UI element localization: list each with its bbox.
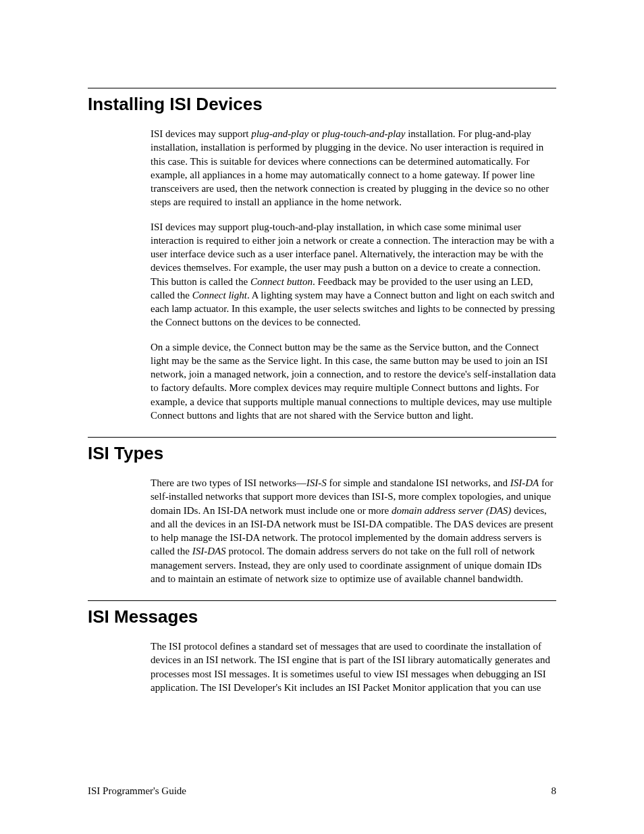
footer-title: ISI Programmer's Guide bbox=[88, 785, 186, 797]
italic-text: ISI-DAS bbox=[192, 546, 226, 556]
text: or bbox=[308, 128, 322, 139]
text: ISI devices may support bbox=[151, 128, 251, 139]
page-content: Installing ISI Devices ISI devices may s… bbox=[0, 0, 644, 694]
paragraph: There are two types of ISI networks—ISI-… bbox=[151, 476, 556, 585]
italic-text: Connect button bbox=[250, 276, 313, 287]
italic-text: plug-touch-and-play bbox=[322, 128, 405, 139]
text: There are two types of ISI networks— bbox=[151, 477, 306, 488]
heading-installing: Installing ISI Devices bbox=[88, 88, 556, 115]
page-number: 8 bbox=[552, 785, 557, 797]
paragraph: ISI devices may support plug-and-play or… bbox=[151, 127, 556, 209]
heading-types: ISI Types bbox=[88, 437, 556, 464]
paragraph: On a simple device, the Connect button m… bbox=[151, 340, 556, 423]
heading-messages: ISI Messages bbox=[88, 600, 556, 627]
italic-text: ISI-S bbox=[306, 477, 327, 488]
italic-text: domain address server (DAS) bbox=[392, 505, 511, 516]
italic-text: plug-and-play bbox=[251, 128, 308, 139]
paragraph: ISI devices may support plug-touch-and-p… bbox=[151, 220, 556, 330]
text: installation. For plug-and-play installa… bbox=[151, 128, 549, 207]
text: for simple and standalone ISI networks, … bbox=[327, 477, 510, 488]
page-footer: ISI Programmer's Guide 8 bbox=[88, 785, 556, 797]
italic-text: ISI-DA bbox=[510, 477, 539, 488]
italic-text: Connect light bbox=[192, 290, 247, 301]
paragraph: The ISI protocol defines a standard set … bbox=[151, 640, 556, 694]
